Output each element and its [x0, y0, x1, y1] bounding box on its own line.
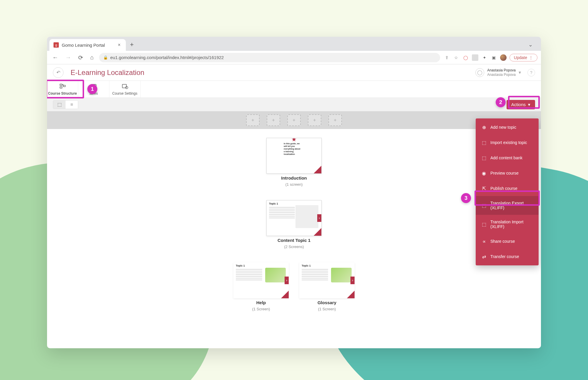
- panel-icon[interactable]: ▣: [491, 54, 497, 61]
- menu-label: Add new topic: [490, 125, 516, 130]
- add-slot[interactable]: +: [246, 114, 260, 126]
- annotation-badge-1: 1: [87, 84, 97, 94]
- topic-card-introduction[interactable]: ★ In this guide, we will tell you everyt…: [266, 138, 322, 187]
- thumb-lines: [269, 207, 295, 219]
- new-tab-button[interactable]: +: [126, 38, 138, 51]
- topic-card-glossary[interactable]: Topic 1 › Glossary (1 Screen): [299, 262, 355, 311]
- tab-overflow-icon[interactable]: ⌄: [522, 38, 539, 51]
- transfer-icon: ⇄: [481, 254, 487, 260]
- actions-menu: ⊕ Add new topic ⬚ Import existing topic …: [476, 118, 539, 265]
- thumb-lines: [302, 269, 328, 281]
- topic-card-help[interactable]: Topic 1 › Help (1 Screen): [233, 262, 289, 311]
- tab-label: Course Structure: [48, 91, 77, 96]
- view-bar: ⬚ ≡ Actions ▾: [47, 98, 541, 111]
- thumb-image: [331, 268, 352, 282]
- update-button[interactable]: Update ⋮: [510, 54, 537, 61]
- user-names: Anastasia Popova Anastasia Popova: [487, 68, 516, 77]
- user-sub: Anastasia Popova: [487, 73, 516, 77]
- mode-tabs: Course Structure ables Course Settings 1: [47, 81, 541, 98]
- profile-avatar-icon[interactable]: [500, 54, 507, 61]
- menu-translation-import[interactable]: ⬚ Translation Import (XLIFF): [476, 215, 539, 234]
- menu-share-course[interactable]: ∝ Share course: [476, 234, 539, 249]
- menu-label: Transfer course: [490, 254, 519, 259]
- topic-name: Help: [256, 300, 266, 305]
- toolbar-right: ⇪ ☆ ◯ ✦ ▣ Update ⋮: [444, 54, 537, 61]
- puzzle-icon[interactable]: ✦: [481, 54, 488, 61]
- menu-import-existing-topic[interactable]: ⬚ Import existing topic: [476, 135, 539, 150]
- share-icon[interactable]: ⇪: [444, 54, 450, 61]
- back-icon[interactable]: ←: [51, 53, 60, 62]
- address-bar[interactable]: 🔒 eu1.gomolearning.com/portal/index.html…: [99, 53, 440, 62]
- update-label: Update: [514, 55, 527, 60]
- help-icon[interactable]: ?: [527, 69, 535, 76]
- view-tree-icon[interactable]: ⬚: [53, 101, 66, 109]
- topic-name: Content Topic 1: [278, 238, 310, 243]
- svg-rect-4: [122, 84, 126, 88]
- user-name: Anastasia Popova: [487, 68, 516, 72]
- view-list-icon[interactable]: ≡: [66, 101, 78, 109]
- topic-sub: (2 Screens): [284, 245, 304, 249]
- menu-translation-export[interactable]: ⬚ Translation Export (XLIFF): [476, 196, 539, 215]
- topic-card-content1[interactable]: Topic 1 › Content Topic 1 (2 Screens): [266, 200, 322, 249]
- tab-course-settings[interactable]: Course Settings: [109, 81, 141, 98]
- more-icon: ⋮: [529, 55, 533, 60]
- svg-rect-2: [63, 85, 65, 87]
- menu-transfer-course[interactable]: ⇄ Transfer course: [476, 249, 539, 264]
- next-arrow-icon: ›: [317, 214, 321, 222]
- actions-button[interactable]: Actions ▾: [507, 100, 535, 109]
- thumb-placeholder: [295, 205, 318, 228]
- structure-icon: [59, 83, 66, 90]
- topic-name: Glossary: [318, 300, 336, 305]
- add-slot[interactable]: +: [308, 114, 321, 126]
- menu-add-content-bank[interactable]: ⬚ Add content bank: [476, 150, 539, 165]
- extension-icon[interactable]: ◯: [462, 54, 469, 61]
- url-text: eu1.gomolearning.com/portal/index.html#/…: [110, 55, 224, 60]
- browser-tab-strip: g Gomo Learning Portal × + ⌄: [47, 37, 541, 51]
- svg-point-5: [126, 86, 128, 89]
- add-slot[interactable]: +: [287, 114, 301, 126]
- topic-sub: (1 screen): [285, 182, 303, 187]
- avatar-icon: ◯: [475, 68, 484, 77]
- thumb-title: Topic 1: [236, 264, 245, 267]
- topic-thumb: Topic 1 ›: [266, 200, 322, 236]
- menu-label: Translation Import (XLIFF): [490, 220, 533, 229]
- thumb-title: Topic 1: [269, 202, 278, 205]
- topic-thumb: Topic 1 ›: [233, 262, 289, 298]
- chevron-down-icon: ▾: [519, 70, 521, 75]
- star-icon[interactable]: ☆: [453, 54, 460, 61]
- caret-down-icon: ▾: [528, 102, 530, 107]
- add-slot[interactable]: +: [267, 114, 280, 126]
- tab-label: Course Settings: [112, 91, 137, 96]
- export-icon: ⬚: [481, 202, 487, 208]
- intro-preview-text: In this guide, we will tell you everythi…: [284, 142, 301, 155]
- menu-label: Translation Export (XLIFF): [490, 201, 533, 210]
- reload-icon[interactable]: ⟳: [76, 53, 85, 62]
- menu-label: Preview course: [490, 171, 519, 175]
- browser-tab-active[interactable]: g Gomo Learning Portal ×: [49, 39, 126, 51]
- eye-icon: ◉: [481, 170, 487, 176]
- thumb-image: [265, 268, 286, 282]
- lock-icon: 🔒: [103, 55, 108, 60]
- topic-thumb: ★ In this guide, we will tell you everyt…: [266, 138, 322, 174]
- add-slot[interactable]: +: [328, 114, 342, 126]
- topic-sub: (1 Screen): [318, 307, 336, 311]
- browser-toolbar: ← → ⟳ ⌂ 🔒 eu1.gomolearning.com/portal/in…: [47, 51, 541, 64]
- menu-publish-course[interactable]: ⇱ Publish course: [476, 181, 539, 196]
- home-icon[interactable]: ⌂: [88, 53, 96, 62]
- topic-row: Topic 1 › Help (1 Screen) Topic 1 › Glos…: [47, 262, 541, 311]
- browser-window: g Gomo Learning Portal × + ⌄ ← → ⟳ ⌂ 🔒 e…: [47, 37, 541, 348]
- back-round-button[interactable]: ↶: [53, 67, 64, 78]
- settings-icon: [121, 83, 128, 90]
- close-tab-icon[interactable]: ×: [117, 42, 122, 48]
- menu-label: Add content bank: [490, 155, 522, 160]
- extension-icon-2[interactable]: [472, 54, 478, 61]
- menu-label: Import existing topic: [490, 140, 527, 145]
- topic-row: ★ In this guide, we will tell you everyt…: [47, 138, 541, 187]
- user-chip[interactable]: ◯ Anastasia Popova Anastasia Popova ▾ ?: [475, 68, 535, 77]
- plus-circle-icon: ⊕: [481, 124, 487, 130]
- thumb-title: Topic 1: [302, 264, 311, 267]
- tab-course-structure[interactable]: Course Structure: [47, 81, 78, 98]
- menu-add-new-topic[interactable]: ⊕ Add new topic: [476, 120, 539, 135]
- menu-preview-course[interactable]: ◉ Preview course: [476, 165, 539, 181]
- forward-icon[interactable]: →: [64, 53, 73, 62]
